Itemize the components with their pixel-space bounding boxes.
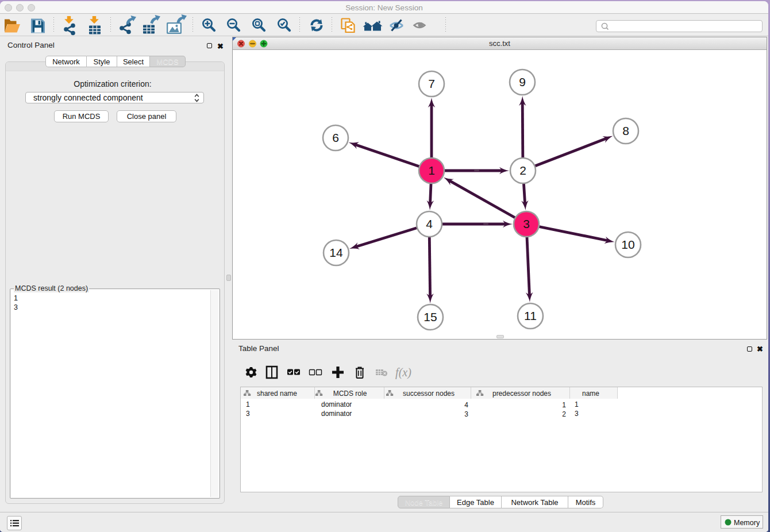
svg-text:predecessor nodes: predecessor nodes (492, 390, 551, 398)
svg-text:shared name: shared name (257, 390, 297, 398)
svg-text:4: 4 (426, 217, 433, 230)
svg-text:10: 10 (621, 238, 634, 251)
svg-text:9: 9 (519, 75, 526, 88)
svg-text:15: 15 (424, 310, 437, 323)
svg-text:name: name (582, 390, 599, 398)
svg-text:f(x): f(x) (395, 366, 411, 379)
svg-text:14: 14 (329, 246, 343, 259)
svg-text:6: 6 (332, 131, 339, 144)
svg-text:MCDS role: MCDS role (333, 390, 367, 398)
svg-text:3: 3 (523, 217, 530, 230)
svg-text:1: 1 (428, 164, 435, 177)
svg-text:2: 2 (519, 164, 526, 177)
svg-text:8: 8 (622, 124, 629, 137)
svg-text:successor nodes: successor nodes (403, 390, 455, 398)
svg-text:Memory: Memory (734, 519, 760, 527)
svg-text:7: 7 (428, 77, 435, 90)
svg-text:11: 11 (524, 309, 537, 322)
